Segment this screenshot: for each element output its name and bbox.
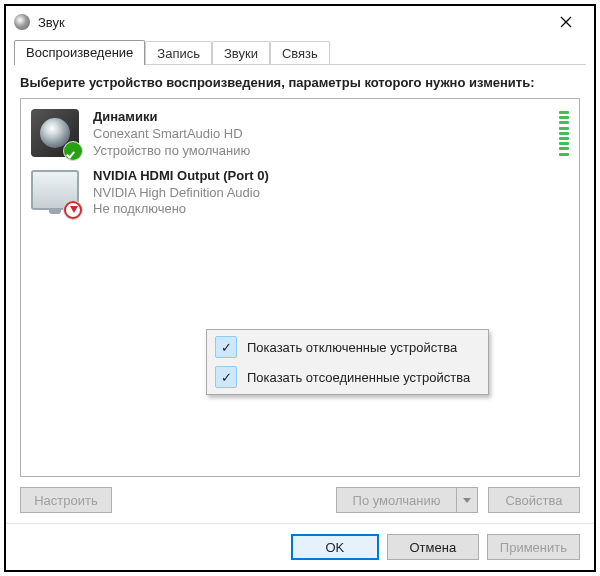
tab-label: Звуки <box>224 46 258 61</box>
menu-show-disabled[interactable]: ✓ Показать отключенные устройства <box>209 332 486 362</box>
cancel-button[interactable]: Отмена <box>387 534 479 560</box>
unplugged-badge <box>63 200 83 220</box>
check-icon <box>64 142 82 160</box>
sound-dialog: Звук Воспроизведение Запись Звуки Связь … <box>4 4 596 572</box>
close-icon <box>560 16 572 28</box>
tab-label: Запись <box>157 46 200 61</box>
properties-button[interactable]: Свойства <box>488 487 580 513</box>
set-default-button[interactable]: По умолчанию <box>336 487 456 513</box>
set-default-split-button[interactable]: По умолчанию <box>336 487 478 513</box>
chevron-down-icon <box>463 498 471 503</box>
menu-label: Показать отключенные устройства <box>247 340 457 355</box>
device-item[interactable]: NVIDIA HDMI Output (Port 0) NVIDIA High … <box>29 164 571 223</box>
device-driver: NVIDIA High Definition Audio <box>93 185 569 202</box>
tab-recording[interactable]: Запись <box>145 41 212 65</box>
button-label: Отмена <box>410 540 457 555</box>
close-button[interactable] <box>544 8 588 36</box>
instruction-text: Выберите устройство воспроизведения, пар… <box>20 75 580 90</box>
checkmark-icon: ✓ <box>215 336 237 358</box>
device-icon-wrap <box>31 109 79 157</box>
menu-show-disconnected[interactable]: ✓ Показать отсоединенные устройства <box>209 362 486 392</box>
device-driver: Conexant SmartAudio HD <box>93 126 545 143</box>
titlebar: Звук <box>6 6 594 38</box>
device-name: NVIDIA HDMI Output (Port 0) <box>93 168 569 185</box>
menu-label: Показать отсоединенные устройства <box>247 370 470 385</box>
configure-button[interactable]: Настроить <box>20 487 112 513</box>
window-title: Звук <box>38 15 544 30</box>
sound-app-icon <box>14 14 30 30</box>
set-default-dropdown[interactable] <box>456 487 478 513</box>
tab-label: Связь <box>282 46 318 61</box>
button-label: OK <box>325 540 344 555</box>
arrow-down-icon <box>64 201 82 219</box>
device-text: NVIDIA HDMI Output (Port 0) NVIDIA High … <box>93 168 569 219</box>
button-label: Применить <box>500 540 567 555</box>
device-name: Динамики <box>93 109 545 126</box>
dialog-footer: OK Отмена Применить <box>6 523 594 570</box>
device-item[interactable]: Динамики Conexant SmartAudio HD Устройст… <box>29 105 571 164</box>
tab-playback[interactable]: Воспроизведение <box>14 40 145 65</box>
default-badge <box>63 141 83 161</box>
device-text: Динамики Conexant SmartAudio HD Устройст… <box>93 109 545 160</box>
ok-button[interactable]: OK <box>291 534 379 560</box>
panel-button-row: Настроить По умолчанию Свойства <box>20 487 580 513</box>
tab-communications[interactable]: Связь <box>270 41 330 65</box>
button-label: Свойства <box>505 493 562 508</box>
device-icon-wrap <box>31 168 79 216</box>
playback-panel: Выберите устройство воспроизведения, пар… <box>6 65 594 523</box>
checkmark-icon: ✓ <box>215 366 237 388</box>
button-label: Настроить <box>34 493 98 508</box>
tab-sounds[interactable]: Звуки <box>212 41 270 65</box>
apply-button[interactable]: Применить <box>487 534 580 560</box>
device-status: Не подключено <box>93 201 569 218</box>
device-status: Устройство по умолчанию <box>93 143 545 160</box>
level-meter <box>559 111 569 158</box>
button-label: По умолчанию <box>353 493 441 508</box>
device-list[interactable]: Динамики Conexant SmartAudio HD Устройст… <box>20 98 580 477</box>
tab-label: Воспроизведение <box>26 45 133 60</box>
context-menu: ✓ Показать отключенные устройства ✓ Пока… <box>206 329 489 395</box>
tab-strip: Воспроизведение Запись Звуки Связь <box>6 38 594 65</box>
